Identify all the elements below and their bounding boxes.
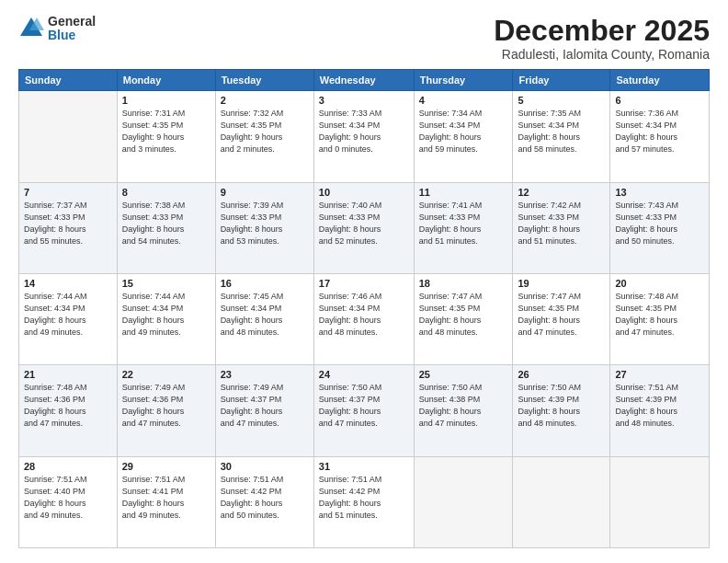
day-number: 31 <box>319 461 409 472</box>
week-row-1: 1Sunrise: 7:31 AMSunset: 4:35 PMDaylight… <box>19 91 710 182</box>
day-cell: 18Sunrise: 7:47 AMSunset: 4:35 PMDayligh… <box>414 273 513 364</box>
page: General Blue December 2025 Radulesti, Ia… <box>0 0 728 563</box>
day-number: 3 <box>319 95 409 106</box>
day-cell: 26Sunrise: 7:50 AMSunset: 4:39 PMDayligh… <box>513 365 610 456</box>
day-number: 9 <box>221 187 309 198</box>
day-number: 7 <box>24 187 112 198</box>
day-number: 26 <box>518 369 605 380</box>
calendar-table: Sunday Monday Tuesday Wednesday Thursday… <box>18 69 710 548</box>
day-info: Sunrise: 7:51 AMSunset: 4:42 PMDaylight:… <box>221 474 309 522</box>
title-block: December 2025 Radulesti, Ialomita County… <box>494 15 710 62</box>
day-number: 25 <box>419 369 508 380</box>
day-info: Sunrise: 7:51 AMSunset: 4:42 PMDaylight:… <box>319 474 409 522</box>
day-number: 19 <box>518 278 605 289</box>
day-number: 14 <box>24 278 112 289</box>
day-info: Sunrise: 7:46 AMSunset: 4:34 PMDaylight:… <box>319 291 409 339</box>
logo-general: General <box>48 15 96 29</box>
day-cell: 25Sunrise: 7:50 AMSunset: 4:38 PMDayligh… <box>414 365 513 456</box>
header: General Blue December 2025 Radulesti, Ia… <box>18 15 710 62</box>
day-number: 13 <box>615 187 704 198</box>
day-number: 11 <box>419 187 508 198</box>
week-row-3: 14Sunrise: 7:44 AMSunset: 4:34 PMDayligh… <box>19 273 710 364</box>
week-row-4: 21Sunrise: 7:48 AMSunset: 4:36 PMDayligh… <box>19 365 710 456</box>
day-cell: 24Sunrise: 7:50 AMSunset: 4:37 PMDayligh… <box>313 365 414 456</box>
day-info: Sunrise: 7:51 AMSunset: 4:40 PMDaylight:… <box>24 474 112 522</box>
day-cell: 14Sunrise: 7:44 AMSunset: 4:34 PMDayligh… <box>19 273 118 364</box>
day-number: 6 <box>615 95 704 106</box>
day-number: 8 <box>122 187 210 198</box>
day-info: Sunrise: 7:40 AMSunset: 4:33 PMDaylight:… <box>319 200 409 247</box>
day-number: 24 <box>319 369 409 380</box>
day-number: 5 <box>518 95 605 106</box>
day-number: 2 <box>221 95 309 106</box>
day-info: Sunrise: 7:48 AMSunset: 4:36 PMDaylight:… <box>24 382 112 430</box>
day-info: Sunrise: 7:38 AMSunset: 4:33 PMDaylight:… <box>122 200 210 247</box>
day-info: Sunrise: 7:32 AMSunset: 4:35 PMDaylight:… <box>221 108 309 155</box>
day-number: 10 <box>319 187 409 198</box>
day-cell: 9Sunrise: 7:39 AMSunset: 4:33 PMDaylight… <box>215 182 313 273</box>
day-number: 1 <box>122 95 210 106</box>
logo-text: General Blue <box>48 15 96 43</box>
day-cell: 22Sunrise: 7:49 AMSunset: 4:36 PMDayligh… <box>117 365 215 456</box>
day-number: 21 <box>24 369 112 380</box>
day-cell: 4Sunrise: 7:34 AMSunset: 4:34 PMDaylight… <box>414 91 513 182</box>
day-info: Sunrise: 7:47 AMSunset: 4:35 PMDaylight:… <box>518 291 605 339</box>
day-info: Sunrise: 7:51 AMSunset: 4:41 PMDaylight:… <box>122 474 210 522</box>
day-cell: 1Sunrise: 7:31 AMSunset: 4:35 PMDaylight… <box>117 91 215 182</box>
day-info: Sunrise: 7:35 AMSunset: 4:34 PMDaylight:… <box>518 108 605 155</box>
week-row-5: 28Sunrise: 7:51 AMSunset: 4:40 PMDayligh… <box>19 456 710 547</box>
day-number: 23 <box>221 369 309 380</box>
logo-icon <box>18 16 44 41</box>
day-cell: 17Sunrise: 7:46 AMSunset: 4:34 PMDayligh… <box>313 273 414 364</box>
day-cell: 8Sunrise: 7:38 AMSunset: 4:33 PMDaylight… <box>117 182 215 273</box>
day-cell: 2Sunrise: 7:32 AMSunset: 4:35 PMDaylight… <box>215 91 313 182</box>
logo-blue: Blue <box>48 29 96 42</box>
col-saturday: Saturday <box>610 70 710 91</box>
day-info: Sunrise: 7:36 AMSunset: 4:34 PMDaylight:… <box>615 108 704 155</box>
day-cell: 5Sunrise: 7:35 AMSunset: 4:34 PMDaylight… <box>513 91 610 182</box>
day-number: 30 <box>221 461 309 472</box>
col-tuesday: Tuesday <box>215 70 313 91</box>
day-cell: 23Sunrise: 7:49 AMSunset: 4:37 PMDayligh… <box>215 365 313 456</box>
day-info: Sunrise: 7:41 AMSunset: 4:33 PMDaylight:… <box>419 200 508 247</box>
col-sunday: Sunday <box>19 70 118 91</box>
day-info: Sunrise: 7:31 AMSunset: 4:35 PMDaylight:… <box>122 108 210 155</box>
day-cell: 30Sunrise: 7:51 AMSunset: 4:42 PMDayligh… <box>215 456 313 547</box>
day-cell: 20Sunrise: 7:48 AMSunset: 4:35 PMDayligh… <box>610 273 710 364</box>
month-title: December 2025 <box>494 15 710 47</box>
day-cell: 31Sunrise: 7:51 AMSunset: 4:42 PMDayligh… <box>313 456 414 547</box>
day-cell: 28Sunrise: 7:51 AMSunset: 4:40 PMDayligh… <box>19 456 118 547</box>
day-info: Sunrise: 7:44 AMSunset: 4:34 PMDaylight:… <box>24 291 112 339</box>
day-info: Sunrise: 7:44 AMSunset: 4:34 PMDaylight:… <box>122 291 210 339</box>
day-info: Sunrise: 7:51 AMSunset: 4:39 PMDaylight:… <box>615 382 704 430</box>
day-info: Sunrise: 7:39 AMSunset: 4:33 PMDaylight:… <box>221 200 309 247</box>
logo: General Blue <box>18 15 96 43</box>
day-cell: 11Sunrise: 7:41 AMSunset: 4:33 PMDayligh… <box>414 182 513 273</box>
day-info: Sunrise: 7:50 AMSunset: 4:39 PMDaylight:… <box>518 382 605 430</box>
col-wednesday: Wednesday <box>313 70 414 91</box>
day-info: Sunrise: 7:48 AMSunset: 4:35 PMDaylight:… <box>615 291 704 339</box>
day-info: Sunrise: 7:49 AMSunset: 4:37 PMDaylight:… <box>221 382 309 430</box>
day-number: 12 <box>518 187 605 198</box>
day-number: 22 <box>122 369 210 380</box>
day-info: Sunrise: 7:43 AMSunset: 4:33 PMDaylight:… <box>615 200 704 247</box>
day-info: Sunrise: 7:50 AMSunset: 4:38 PMDaylight:… <box>419 382 508 430</box>
day-info: Sunrise: 7:34 AMSunset: 4:34 PMDaylight:… <box>419 108 508 155</box>
day-cell: 15Sunrise: 7:44 AMSunset: 4:34 PMDayligh… <box>117 273 215 364</box>
day-number: 18 <box>419 278 508 289</box>
header-row: Sunday Monday Tuesday Wednesday Thursday… <box>19 70 710 91</box>
day-info: Sunrise: 7:45 AMSunset: 4:34 PMDaylight:… <box>221 291 309 339</box>
week-row-2: 7Sunrise: 7:37 AMSunset: 4:33 PMDaylight… <box>19 182 710 273</box>
day-cell <box>610 456 710 547</box>
day-cell: 27Sunrise: 7:51 AMSunset: 4:39 PMDayligh… <box>610 365 710 456</box>
day-cell: 21Sunrise: 7:48 AMSunset: 4:36 PMDayligh… <box>19 365 118 456</box>
day-cell: 13Sunrise: 7:43 AMSunset: 4:33 PMDayligh… <box>610 182 710 273</box>
day-cell: 10Sunrise: 7:40 AMSunset: 4:33 PMDayligh… <box>313 182 414 273</box>
day-number: 27 <box>615 369 704 380</box>
day-cell: 12Sunrise: 7:42 AMSunset: 4:33 PMDayligh… <box>513 182 610 273</box>
day-cell: 3Sunrise: 7:33 AMSunset: 4:34 PMDaylight… <box>313 91 414 182</box>
day-number: 17 <box>319 278 409 289</box>
day-number: 16 <box>221 278 309 289</box>
col-monday: Monday <box>117 70 215 91</box>
day-info: Sunrise: 7:47 AMSunset: 4:35 PMDaylight:… <box>419 291 508 339</box>
